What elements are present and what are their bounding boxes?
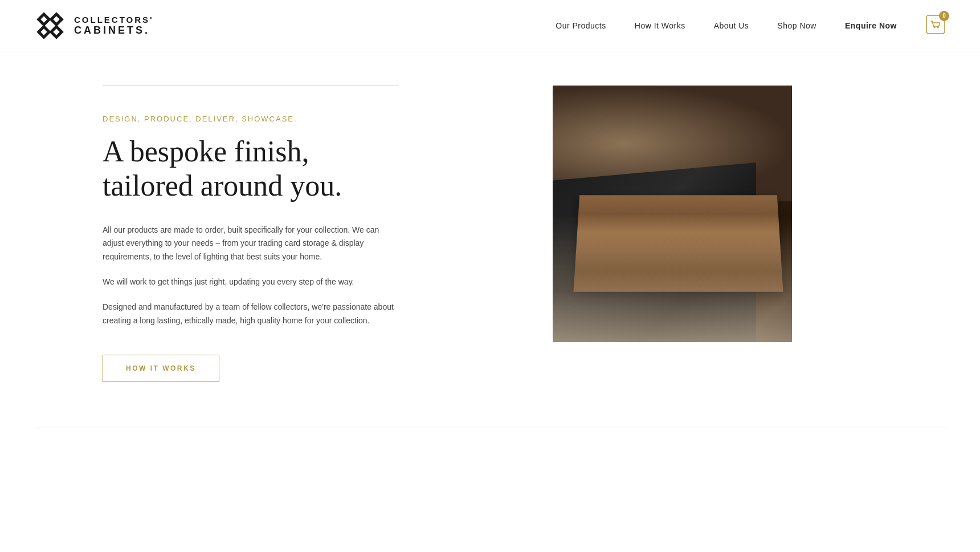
headline-line1: A bespoke finish, xyxy=(103,135,309,168)
logo[interactable]: COLLECTORS' CABINETS. xyxy=(34,10,154,42)
nav-about-us[interactable]: About Us xyxy=(714,21,749,30)
body-text-3: Designed and manufactured by a team of f… xyxy=(103,301,399,328)
main-content: DESIGN, PRODUCE, DELIVER, SHOWCASE. A be… xyxy=(0,51,980,428)
image-hands-layer xyxy=(553,214,792,342)
svg-point-10 xyxy=(937,26,939,28)
hero-left: DESIGN, PRODUCE, DELIVER, SHOWCASE. A be… xyxy=(103,86,399,382)
main-nav: Our Products How It Works About Us Shop … xyxy=(556,14,946,37)
image-background xyxy=(553,86,792,342)
headline-line2: tailored around you. xyxy=(103,169,342,202)
nav-our-products[interactable]: Our Products xyxy=(556,21,606,30)
logo-icon xyxy=(34,10,66,42)
logo-text: COLLECTORS' CABINETS. xyxy=(74,15,154,36)
nav-shop-now[interactable]: Shop Now xyxy=(777,21,816,30)
hero-tagline: DESIGN, PRODUCE, DELIVER, SHOWCASE. xyxy=(103,115,399,123)
site-header: COLLECTORS' CABINETS. Our Products How I… xyxy=(0,0,980,51)
hero-section: DESIGN, PRODUCE, DELIVER, SHOWCASE. A be… xyxy=(103,86,877,382)
cart-badge: 0 xyxy=(939,11,949,21)
bottom-rule xyxy=(34,428,946,428)
body-text-2: We will work to get things just right, u… xyxy=(103,275,399,289)
logo-line2: CABINETS. xyxy=(74,25,154,36)
logo-line1: COLLECTORS' xyxy=(74,15,154,25)
top-divider xyxy=(103,86,399,86)
cart-button[interactable]: 0 xyxy=(925,14,946,37)
how-it-works-button[interactable]: HOW IT WORKS xyxy=(103,355,219,382)
hero-right xyxy=(467,86,877,342)
nav-how-it-works[interactable]: How It Works xyxy=(635,21,685,30)
hero-headline: A bespoke finish, tailored around you. xyxy=(103,135,399,203)
hero-image xyxy=(553,86,792,342)
svg-point-9 xyxy=(934,26,936,28)
body-text-1: All our products are made to order, buil… xyxy=(103,224,399,264)
nav-enquire-now[interactable]: Enquire Now xyxy=(845,21,897,30)
